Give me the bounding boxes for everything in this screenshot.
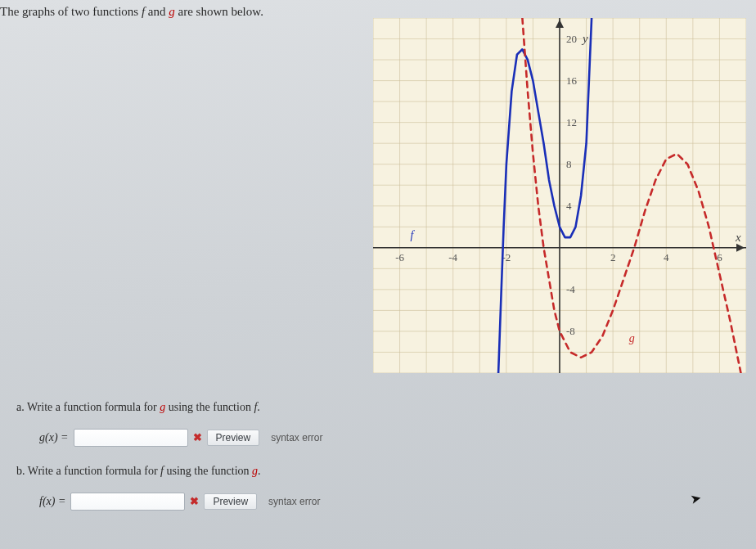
svg-text:20: 20 [566, 33, 577, 45]
answer-row-b: f(x) = ✖ Preview syntax error [39, 493, 442, 511]
svg-text:16: 16 [566, 74, 578, 87]
function-graph: -6-4-2246-8-448121620yxfg [373, 18, 746, 373]
prompt-mid: and [145, 5, 169, 18]
question-block: a. Write a function formula for g using … [16, 401, 442, 529]
lhs-a: g(x) = [39, 431, 69, 444]
svg-text:4: 4 [566, 200, 572, 212]
incorrect-icon: ✖ [190, 495, 199, 508]
incorrect-icon: ✖ [193, 431, 202, 444]
svg-text:-4: -4 [566, 283, 575, 295]
svg-text:2: 2 [610, 251, 616, 263]
svg-text:-4: -4 [448, 251, 457, 263]
svg-text:6: 6 [717, 251, 722, 263]
svg-text:y: y [581, 32, 588, 45]
prompt-suffix: are shown below. [175, 5, 263, 18]
preview-button-b[interactable]: Preview [204, 493, 257, 510]
error-text-b: syntax error [268, 496, 320, 507]
lhs-b: f(x) = [39, 495, 65, 508]
question-a: a. Write a function formula for g using … [16, 401, 442, 414]
mouse-cursor-icon: ➤ [689, 490, 703, 507]
answer-input-a[interactable] [74, 429, 188, 447]
question-prompt: The graphs of two functions f and g are … [0, 5, 263, 19]
error-text-a: syntax error [271, 432, 322, 443]
svg-text:x: x [735, 231, 741, 244]
svg-text:-6: -6 [395, 251, 404, 263]
prompt-prefix: The graphs of two functions [0, 5, 142, 18]
answer-row-a: g(x) = ✖ Preview syntax error [39, 429, 442, 447]
svg-text:g: g [629, 332, 635, 344]
answer-input-b[interactable] [70, 493, 185, 511]
svg-text:8: 8 [566, 158, 572, 170]
svg-text:4: 4 [664, 251, 669, 263]
svg-text:-8: -8 [566, 325, 575, 337]
preview-button-a[interactable]: Preview [207, 430, 260, 446]
svg-text:12: 12 [566, 116, 577, 128]
question-b: b. Write a function formula for f using … [16, 465, 442, 478]
g-symbol: g [169, 5, 175, 18]
chart-svg: -6-4-2246-8-448121620yxfg [373, 18, 746, 373]
